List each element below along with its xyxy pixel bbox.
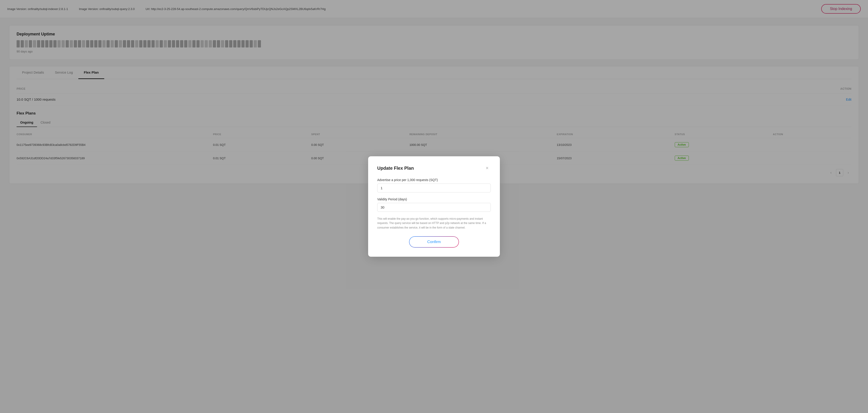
price-form-group: Advertise a price per 1,000 requests (SQ… [377, 178, 491, 193]
form-note: This will enable the pay-as-you-go funct… [377, 217, 491, 230]
modal-header: Update Flex Plan × [377, 165, 491, 172]
confirm-button[interactable]: Confirm [409, 236, 459, 247]
validity-form-group: Validity Period (days) [377, 198, 491, 212]
validity-input[interactable] [377, 203, 491, 212]
validity-label: Validity Period (days) [377, 198, 491, 201]
modal-overlay[interactable]: Update Flex Plan × Advertise a price per… [0, 0, 868, 413]
modal-title: Update Flex Plan [377, 166, 414, 171]
modal-close-button[interactable]: × [484, 165, 491, 172]
modal: Update Flex Plan × Advertise a price per… [368, 156, 500, 257]
confirm-btn-wrapper: Confirm [377, 236, 491, 247]
price-input[interactable] [377, 183, 491, 193]
price-label: Advertise a price per 1,000 requests (SQ… [377, 178, 491, 182]
